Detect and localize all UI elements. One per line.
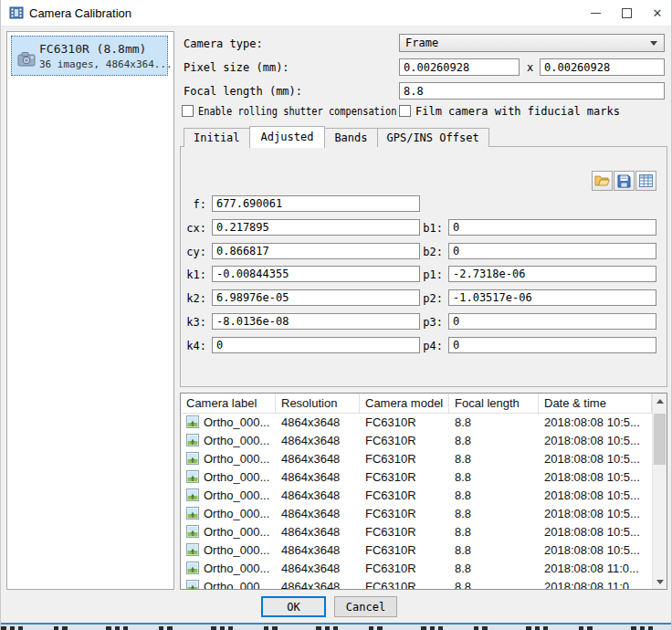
maximize-button[interactable]: [611, 0, 642, 26]
param-input-p4[interactable]: [448, 337, 656, 353]
background-text-fragments: [1, 626, 672, 630]
table-row[interactable]: Ortho_000...4864x3648FC6310R8.82018:08:0…: [181, 577, 652, 589]
cell-model: FC6310R: [360, 507, 449, 520]
param-input-cx[interactable]: [212, 219, 420, 236]
cell-date: 2018:08:08 10:5...: [539, 452, 652, 466]
cell-resolution: 4864x3648: [276, 434, 360, 447]
cell-text: FC6310R: [365, 452, 416, 466]
cell-text: Ortho_000...: [204, 507, 269, 520]
table-row[interactable]: Ortho_000...4864x3648FC6310R8.82018:08:0…: [181, 522, 652, 541]
table-row[interactable]: Ortho_000...4864x3648FC6310R8.82018:08:0…: [181, 413, 652, 431]
title-bar: Camera Calibration ✕: [1, 0, 672, 26]
covariance-button[interactable]: [635, 171, 656, 191]
param-input-b2[interactable]: [448, 243, 656, 259]
camera-type-select[interactable]: Frame: [399, 34, 665, 52]
table-row[interactable]: Ortho_000...4864x3648FC6310R8.82018:08:0…: [181, 504, 652, 522]
param-input-k4[interactable]: [212, 337, 420, 353]
photo-icon: [186, 452, 199, 465]
photo-icon: [186, 434, 199, 446]
param-input-k1[interactable]: [212, 266, 420, 282]
scrollbar-thumb[interactable]: [654, 414, 666, 465]
cell-text: Ortho_000...: [204, 470, 269, 484]
minimize-button[interactable]: [580, 0, 611, 26]
checkbox-label: Enable rolling shutter compensation: [198, 105, 396, 118]
param-input-k3[interactable]: [212, 313, 420, 330]
cell-date: 2018:08:08 10:5...: [539, 470, 652, 484]
cell-label: Ortho_000...: [181, 470, 276, 484]
tab-initial[interactable]: Initial: [184, 128, 250, 147]
table-row[interactable]: Ortho_000...4864x3648FC6310R8.82018:08:0…: [181, 486, 652, 504]
camera-info: 36 images, 4864x364...: [39, 58, 173, 70]
cell-text: Ortho_000...: [204, 525, 269, 539]
cell-text: Ortho_000...: [204, 580, 269, 590]
table-row[interactable]: Ortho_000...4864x3648FC6310R8.82018:08:0…: [181, 559, 652, 577]
param-input-b1[interactable]: [448, 219, 656, 236]
photo-icon: [186, 562, 199, 574]
pixel-size-y-input[interactable]: [540, 58, 665, 76]
cancel-button[interactable]: Cancel: [334, 596, 397, 617]
column-header-camera-model[interactable]: Camera model: [360, 394, 449, 413]
param-label-k4: k4:: [181, 340, 206, 352]
save-calibration-button[interactable]: [614, 171, 635, 191]
param-input-p2[interactable]: [448, 289, 656, 306]
checkbox-enable-rolling-shutter-compensation[interactable]: Enable rolling shutter compensation: [182, 104, 429, 118]
param-input-cy[interactable]: [212, 243, 420, 259]
cell-text: 2018:08:08 10:5...: [544, 452, 640, 466]
column-header-date-time[interactable]: Date & time: [539, 394, 652, 413]
chevron-down-icon: [650, 41, 657, 46]
table-row[interactable]: Ortho_000...4864x3648FC6310R8.82018:08:0…: [181, 449, 652, 467]
tab-strip: InitialAdjustedBandsGPS/INS Offset: [184, 127, 488, 147]
column-header-resolution[interactable]: Resolution: [276, 394, 360, 413]
cell-text: 2018:08:08 10:5...: [544, 470, 640, 484]
column-header-camera-label[interactable]: Camera label: [181, 394, 276, 413]
cell-text: 4864x3648: [281, 415, 340, 429]
cell-text: FC6310R: [365, 470, 416, 484]
table-row[interactable]: Ortho_000...4864x3648FC6310R8.82018:08:0…: [181, 467, 652, 486]
focal-length-input[interactable]: [399, 82, 665, 100]
pixel-size-label: Pixel size (mm):: [184, 61, 289, 74]
photo-icon: [186, 488, 199, 501]
checkbox-box[interactable]: [182, 105, 194, 117]
param-input-p1[interactable]: [448, 266, 656, 282]
table-row[interactable]: Ortho_000...4864x3648FC6310R8.82018:08:0…: [181, 541, 652, 559]
camera-list-item[interactable]: FC6310R (8.8mm) 36 images, 4864x364...: [11, 36, 168, 76]
pixel-size-x-input[interactable]: [399, 58, 520, 76]
tab-gps-ins-offset[interactable]: GPS/INS Offset: [377, 128, 489, 147]
cell-text: FC6310R: [365, 580, 416, 590]
tab-adjusted[interactable]: Adjusted: [249, 126, 326, 148]
cell-text: 8.8: [455, 507, 471, 520]
photo-icon: [186, 415, 199, 428]
param-label-cx: cx:: [181, 222, 206, 235]
param-label-b1: b1:: [419, 222, 443, 235]
checkbox-box[interactable]: [399, 105, 411, 117]
param-input-f[interactable]: [212, 195, 420, 212]
load-calibration-button[interactable]: [592, 171, 613, 191]
param-input-k2[interactable]: [212, 289, 420, 306]
tab-bands[interactable]: Bands: [324, 128, 377, 147]
cell-date: 2018:08:08 10:5...: [539, 525, 652, 539]
checkbox-film-camera-with-fiducial-marks[interactable]: Film camera with fiducial marks: [399, 104, 620, 118]
camera-name: FC6310R (8.8mm): [39, 42, 146, 56]
param-label-k3: k3:: [181, 316, 206, 329]
close-button[interactable]: ✕: [642, 0, 672, 26]
table-scrollbar[interactable]: [652, 394, 667, 589]
scroll-up-button[interactable]: [653, 394, 667, 408]
ok-button[interactable]: OK: [261, 596, 326, 617]
cell-resolution: 4864x3648: [276, 562, 360, 575]
column-header-focal-length[interactable]: Focal length: [449, 394, 539, 413]
cell-text: 4864x3648: [281, 543, 340, 557]
cell-resolution: 4864x3648: [276, 580, 360, 590]
cell-text: 2018:08:08 10:5...: [544, 488, 640, 502]
param-input-p3[interactable]: [448, 313, 656, 330]
param-label-k1: k1:: [181, 268, 206, 281]
cell-text: 2018:08:08 11:0...: [544, 562, 639, 575]
param-label-p1: p1:: [419, 268, 443, 281]
scroll-down-button[interactable]: [653, 574, 667, 589]
table-row[interactable]: Ortho_000...4864x3648FC6310R8.82018:08:0…: [181, 431, 652, 449]
cell-text: 2018:08:08 10:5...: [544, 415, 640, 429]
arrow-down-icon: [656, 580, 664, 584]
cell-focal: 8.8: [449, 525, 539, 539]
grid-icon: [639, 174, 653, 187]
cell-resolution: 4864x3648: [276, 543, 360, 557]
photo-icon: [186, 525, 199, 538]
